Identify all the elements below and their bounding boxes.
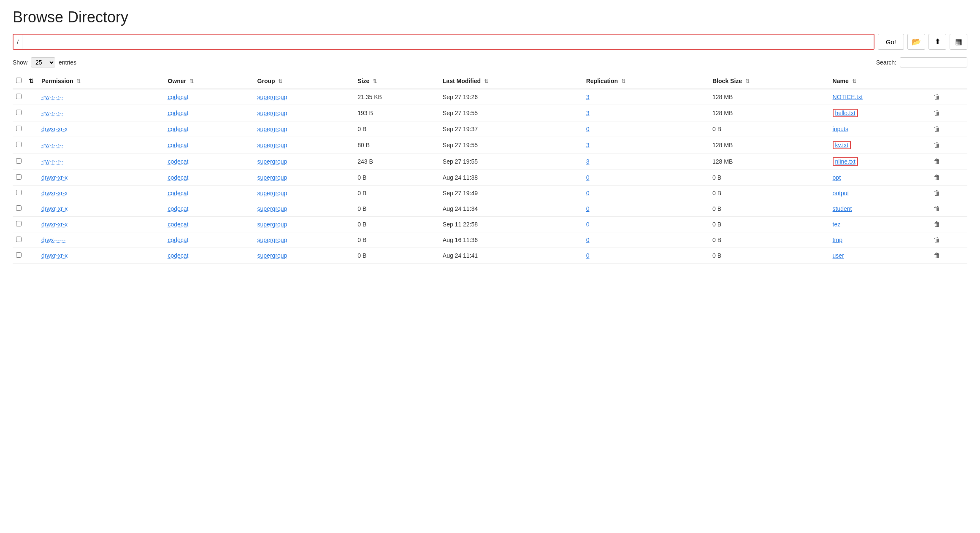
owner-value[interactable]: codecat [168,94,188,100]
replication-value[interactable]: 0 [586,205,590,212]
table-header: ⇅ Permission ⇅ Owner ⇅ Group ⇅ Size ⇅ La… [13,73,967,89]
col-last-modified[interactable]: Last Modified ⇅ [439,73,583,89]
owner-value[interactable]: codecat [168,174,188,181]
permission-value[interactable]: drwx------ [41,237,66,243]
row-checkbox-2[interactable] [16,126,22,131]
row-checkbox-4[interactable] [16,158,22,164]
file-name-link[interactable]: opt [833,174,841,181]
replication-value[interactable]: 0 [586,221,590,228]
upload-button[interactable]: ⬆ [929,34,946,50]
permission-value[interactable]: drwxr-xr-x [41,205,68,212]
row-checkbox-5[interactable] [16,174,22,180]
file-name-link[interactable]: output [833,190,849,197]
delete-button[interactable]: 🗑 [934,236,940,243]
delete-button[interactable]: 🗑 [934,205,940,212]
replication-value[interactable]: 3 [586,94,590,100]
col-owner[interactable]: Owner ⇅ [164,73,254,89]
delete-button[interactable]: 🗑 [934,158,940,165]
permission-value[interactable]: drwxr-xr-x [41,221,68,228]
owner-value[interactable]: codecat [168,158,188,165]
group-value[interactable]: supergroup [257,252,287,259]
group-value[interactable]: supergroup [257,174,287,181]
owner-value[interactable]: codecat [168,237,188,243]
block-size-value: 128 MB [709,105,829,121]
delete-button[interactable]: 🗑 [934,93,940,100]
col-size[interactable]: Size ⇅ [354,73,439,89]
file-name-link[interactable]: kv.txt [833,141,851,149]
file-name-link[interactable]: tmp [833,237,842,243]
owner-value[interactable]: codecat [168,252,188,259]
file-name-link[interactable]: nline.txt [833,157,858,166]
group-value[interactable]: supergroup [257,94,287,100]
group-value[interactable]: supergroup [257,126,287,132]
replication-value[interactable]: 0 [586,174,590,181]
permission-value[interactable]: -rw-r--r-- [41,94,63,100]
path-input[interactable] [22,35,874,49]
row-checkbox-6[interactable] [16,190,22,195]
owner-value[interactable]: codecat [168,110,188,116]
col-replication[interactable]: Replication ⇅ [583,73,709,89]
replication-value[interactable]: 3 [586,158,590,165]
permission-value[interactable]: drwxr-xr-x [41,252,68,259]
go-button[interactable]: Go! [878,34,904,50]
table-row: drwxr-xr-xcodecatsupergroup0 BAug 24 11:… [13,170,967,186]
group-value[interactable]: supergroup [257,158,287,165]
replication-value[interactable]: 3 [586,110,590,116]
row-checkbox-1[interactable] [16,110,22,115]
permission-value[interactable]: drwxr-xr-x [41,190,68,197]
row-checkbox-10[interactable] [16,252,22,258]
delete-button[interactable]: 🗑 [934,141,940,148]
permission-value[interactable]: -rw-r--r-- [41,158,63,165]
delete-button[interactable]: 🗑 [934,174,940,181]
replication-value[interactable]: 3 [586,142,590,148]
group-value[interactable]: supergroup [257,237,287,243]
group-value[interactable]: supergroup [257,142,287,148]
sort-all-icon[interactable]: ⇅ [29,78,34,84]
entries-select[interactable]: 102550100 [31,57,55,67]
replication-value[interactable]: 0 [586,126,590,132]
file-name-link[interactable]: hello.txt [833,109,858,117]
delete-button[interactable]: 🗑 [934,252,940,259]
search-input[interactable] [900,57,967,67]
file-name-link[interactable]: user [833,252,844,259]
replication-value[interactable]: 0 [586,252,590,259]
permission-value[interactable]: drwxr-xr-x [41,174,68,181]
permission-value[interactable]: drwxr-xr-x [41,126,68,132]
group-value[interactable]: supergroup [257,205,287,212]
file-name-link[interactable]: student [833,205,852,212]
group-value[interactable]: supergroup [257,110,287,116]
group-value[interactable]: supergroup [257,221,287,228]
owner-value[interactable]: codecat [168,142,188,148]
file-name-link[interactable]: NOTICE.txt [833,94,863,100]
permission-value[interactable]: -rw-r--r-- [41,110,63,116]
permission-value[interactable]: -rw-r--r-- [41,142,63,148]
row-checkbox-3[interactable] [16,142,22,147]
row-checkbox-9[interactable] [16,237,22,242]
col-group[interactable]: Group ⇅ [254,73,355,89]
replication-value[interactable]: 0 [586,190,590,197]
group-value[interactable]: supergroup [257,190,287,197]
last-modified-value: Sep 11 22:58 [439,217,583,232]
col-permission[interactable]: Permission ⇅ [38,73,164,89]
block-size-value: 0 B [709,170,829,186]
select-all-checkbox[interactable] [16,78,22,83]
owner-value[interactable]: codecat [168,205,188,212]
delete-button[interactable]: 🗑 [934,109,940,116]
col-name[interactable]: Name ⇅ [829,73,931,89]
folder-button[interactable]: 📂 [907,34,925,50]
owner-value[interactable]: codecat [168,221,188,228]
file-name-link[interactable]: inputs [833,126,848,132]
replication-value[interactable]: 0 [586,237,590,243]
owner-value[interactable]: codecat [168,126,188,132]
row-checkbox-0[interactable] [16,94,22,99]
owner-value[interactable]: codecat [168,190,188,197]
file-name-link[interactable]: tez [833,221,841,228]
table-row: -rw-r--r--codecatsupergroup21.35 KBSep 2… [13,89,967,105]
table-button[interactable]: ▦ [950,34,967,50]
delete-button[interactable]: 🗑 [934,125,940,132]
delete-button[interactable]: 🗑 [934,221,940,228]
delete-button[interactable]: 🗑 [934,189,940,197]
row-checkbox-8[interactable] [16,221,22,226]
row-checkbox-7[interactable] [16,205,22,211]
col-block-size[interactable]: Block Size ⇅ [709,73,829,89]
